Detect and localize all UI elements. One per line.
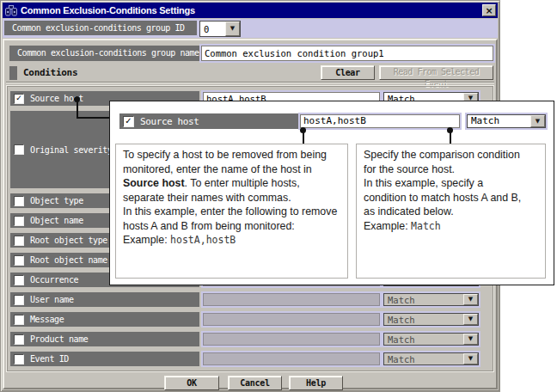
condition-row: Event ID Match ▼	[7, 352, 493, 366]
condition-label: Occurrence	[30, 275, 78, 285]
titlebar: Common Exclusion-Conditions Settings ×	[3, 3, 498, 18]
clear-button[interactable]: Clear	[321, 65, 375, 80]
conditions-section-label: Conditions	[23, 68, 77, 78]
condition-dropdown-value: Match	[388, 354, 415, 364]
condition-label-bar: Message	[10, 312, 199, 327]
condition-match-dropdown: Match ▼	[382, 331, 480, 347]
condition-label: Event ID	[30, 354, 69, 364]
dropdown-arrow-icon: ▼	[468, 356, 473, 362]
connector-line	[77, 117, 110, 119]
condition-value-field	[201, 331, 382, 347]
ok-button[interactable]: OK	[164, 376, 219, 390]
condition-match-dropdown: Match ▼	[382, 311, 480, 328]
callout-box: ✓ Source host hostA,hostB Match ▼ To spe…	[109, 101, 554, 285]
divider	[6, 82, 494, 83]
condition-match-dropdown: Match ▼	[382, 351, 480, 367]
left-note-box: To specify a host to be removed from bei…	[115, 144, 348, 279]
group-name-label: Common exclusion-conditions group name	[9, 46, 200, 61]
dropdown-arrow-icon: ▼	[468, 336, 473, 342]
condition-label: Product name	[30, 334, 88, 344]
binoculars-icon	[5, 5, 17, 16]
cancel-button[interactable]: Cancel	[228, 376, 282, 390]
condition-label: User name	[30, 295, 74, 304]
magnified-match-dropdown: Match ▼	[465, 113, 548, 130]
magnified-row-checkbox: ✓	[123, 116, 134, 127]
connector-line	[77, 101, 78, 119]
condition-label: Object name	[30, 216, 83, 225]
condition-value-field	[201, 351, 382, 367]
condition-label: Object type	[30, 196, 83, 205]
right-note-box: Specify the comparison condition for the…	[356, 144, 546, 279]
condition-value-field	[201, 311, 382, 328]
condition-label-bar: Product name	[10, 332, 199, 346]
magnified-value-field: hostA,hostB	[298, 113, 462, 130]
condition-checkbox[interactable]	[14, 236, 24, 246]
magnified-dropdown-value: Match	[471, 116, 499, 126]
condition-row: Message Match ▼	[7, 312, 493, 327]
documentation-page: Common Exclusion-Conditions Settings × C…	[0, 0, 557, 392]
dropdown-arrow-icon: ▼	[230, 26, 235, 32]
condition-checkbox[interactable]	[14, 144, 24, 155]
condition-label: Message	[30, 315, 64, 324]
condition-checkbox[interactable]	[14, 275, 24, 285]
condition-label: Root object name	[30, 255, 107, 265]
group-id-value: 0	[204, 24, 209, 34]
condition-checkbox[interactable]	[14, 196, 24, 206]
group-name-value: Common exclusion condition group1	[205, 48, 384, 58]
group-name-field[interactable]: Common exclusion condition group1	[199, 44, 495, 63]
condition-checkbox[interactable]	[14, 334, 24, 345]
dropdown-arrow-button: ▼	[463, 334, 478, 345]
group-id-dropdown[interactable]: 0 ▼	[199, 21, 241, 37]
condition-checkbox[interactable]: ✓	[14, 94, 24, 104]
condition-label-bar: User name	[10, 292, 199, 307]
group-id-label: Common exclusion-conditions group ID	[4, 21, 197, 35]
condition-row: User name Match ▼	[7, 292, 493, 307]
help-button[interactable]: Help	[289, 376, 343, 390]
connector-line	[450, 132, 451, 144]
connector-line	[303, 132, 304, 144]
condition-dropdown-value: Match	[388, 295, 415, 305]
dropdown-arrow-button: ▼	[463, 294, 478, 305]
read-from-selected-event-button: Read From Selected Event	[379, 65, 493, 80]
condition-checkbox[interactable]	[14, 354, 24, 364]
condition-checkbox[interactable]	[14, 295, 24, 305]
condition-dropdown-value: Match	[388, 334, 415, 345]
magnified-source-host-label-bar: ✓ Source host	[119, 113, 298, 129]
condition-row: Product name Match ▼	[7, 332, 493, 346]
dropdown-arrow-icon: ▼	[536, 119, 540, 125]
close-button[interactable]: ×	[482, 4, 496, 16]
close-icon: ×	[485, 6, 493, 15]
condition-checkbox[interactable]	[14, 255, 24, 266]
magnified-field-value: hostA,hostB	[303, 116, 366, 126]
group-id-row: Common exclusion-conditions group ID 0 ▼	[3, 19, 498, 38]
condition-label: Root object type	[30, 236, 107, 245]
condition-match-dropdown: Match ▼	[382, 291, 480, 308]
conditions-section-marker	[9, 66, 17, 80]
dropdown-arrow-icon: ▼	[468, 297, 473, 303]
dropdown-arrow-button: ▼	[463, 353, 478, 364]
condition-checkbox[interactable]	[14, 315, 24, 325]
dropdown-arrow-button: ▼	[463, 314, 478, 325]
condition-label-bar: Event ID	[10, 352, 199, 366]
dropdown-arrow-icon: ▼	[468, 316, 473, 322]
dropdown-arrow-button[interactable]: ▼	[225, 21, 240, 36]
window-title: Common Exclusion-Conditions Settings	[21, 5, 195, 15]
dropdown-arrow-button: ▼	[530, 115, 545, 127]
condition-value-field	[201, 291, 382, 308]
condition-dropdown-value: Match	[388, 315, 415, 325]
condition-checkbox[interactable]	[14, 216, 24, 226]
magnified-row-label: Source host	[140, 117, 199, 126]
